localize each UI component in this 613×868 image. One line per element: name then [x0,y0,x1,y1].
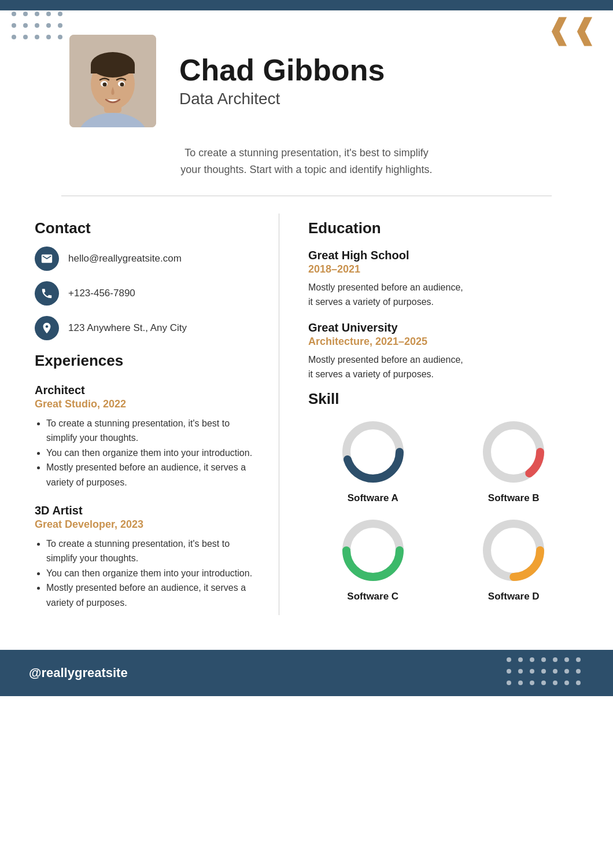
skills-section-title: Skill [308,390,578,408]
footer-bar: @reallygreatsite [0,650,613,696]
education-section-title: Education [308,219,578,237]
phone-value: +123-456-7890 [68,288,135,299]
exp2-bullets: To create a stunning presentation, it's … [35,536,256,610]
skill-d-label: Software D [488,591,540,602]
skill-a: Software A [308,417,438,504]
exp1-title: Architect [35,384,256,397]
svg-rect-5 [91,65,135,73]
skill-b-chart [479,417,548,487]
skill-a-chart [338,417,408,487]
exp2-sub: Great Developer, 2023 [35,518,256,531]
avatar [69,35,156,127]
skill-c: Software C [308,516,438,602]
email-value: hello@reallygreatsite.com [68,253,182,264]
divider [61,196,552,196]
dots-bottomright [507,657,584,689]
skill-b-label: Software B [488,492,540,504]
phone-icon [35,281,59,306]
edu1-school: Great High School [308,249,578,262]
edu2-desc: Mostly presented before an audience,it s… [308,352,578,382]
person-title: Data Architect [179,90,385,108]
svg-point-8 [103,83,107,87]
contact-email: hello@reallygreatsite.com [35,247,256,271]
skill-a-label: Software A [348,492,398,504]
person-name: Chad Gibbons [179,54,385,87]
contact-phone: +123-456-7890 [35,281,256,306]
skill-d-chart [479,516,548,585]
location-icon [35,316,59,340]
exp2-title: 3D Artist [35,504,256,517]
svg-point-9 [120,83,124,87]
right-column: Education Great High School 2018–2021 Mo… [279,214,578,615]
contact-address: 123 Anywhere St., Any City [35,316,256,340]
experiences-section-title: Experiences [35,352,256,370]
skill-c-chart [338,516,408,585]
exp1-bullets: To create a stunning presentation, it's … [35,416,256,490]
email-icon [35,247,59,271]
left-column: Contact hello@reallygreatsite.com +123-4… [35,214,279,615]
tagline: To create a stunning presentation, it's … [0,145,613,196]
skill-c-label: Software C [347,591,398,602]
dots-topleft [12,12,66,43]
edu1-desc: Mostly presented before an audience,it s… [308,280,578,310]
skill-grid: Software A Software B Software C [308,417,578,602]
exp1-sub: Great Studio, 2022 [35,398,256,410]
skill-d: Software D [449,516,579,602]
top-bar [0,0,613,10]
header: Chad Gibbons Data Architect [0,0,613,145]
main-columns: Contact hello@reallygreatsite.com +123-4… [0,214,613,615]
header-info: Chad Gibbons Data Architect [179,54,385,108]
edu2-period: Architecture, 2021–2025 [308,336,578,348]
chevrons-topright: ❰ ❰ [547,16,596,44]
footer-handle: @reallygreatsite [29,665,128,681]
edu1-period: 2018–2021 [308,263,578,275]
skill-b: Software B [449,417,579,504]
address-value: 123 Anywhere St., Any City [68,322,187,334]
edu2-school: Great University [308,321,578,334]
contact-section-title: Contact [35,219,256,237]
